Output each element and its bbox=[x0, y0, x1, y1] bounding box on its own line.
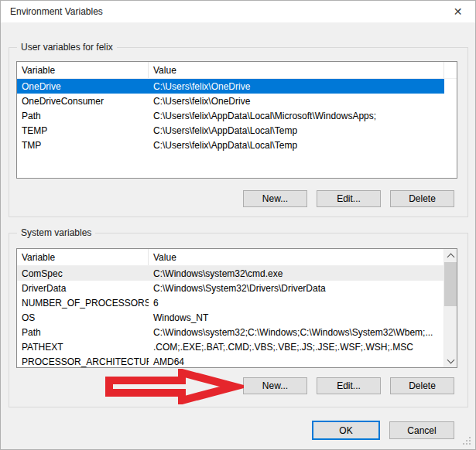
system-edit-button[interactable]: Edit... bbox=[317, 377, 381, 394]
value-cell: .COM;.EXE;.BAT;.CMD;.VBS;.VBE;.JS;.JSE;.… bbox=[149, 342, 444, 353]
value-cell: C:\Users\felix\AppData\Local\Temp bbox=[149, 140, 444, 151]
user-variables-buttons: New... Edit... Delete bbox=[243, 190, 454, 207]
scrollbar[interactable] bbox=[443, 249, 457, 367]
table-row[interactable]: OSWindows_NT bbox=[17, 310, 444, 325]
title-bar: Environment Variables ✕ bbox=[1, 1, 475, 22]
user-variables-group-label: User variables for felix bbox=[17, 42, 117, 53]
variable-cell: Path bbox=[17, 327, 149, 338]
variable-cell: ComSpec bbox=[17, 268, 149, 279]
chevron-down-icon bbox=[447, 356, 454, 363]
cancel-button[interactable]: Cancel bbox=[389, 421, 454, 439]
variable-cell: PROCESSOR_ARCHITECTURE bbox=[17, 356, 149, 367]
column-header-variable[interactable]: Variable bbox=[17, 249, 149, 265]
system-variables-table: Variable Value ComSpecC:\Windows\system3… bbox=[16, 248, 457, 368]
table-row[interactable]: OneDriveConsumerC:\Users\felix\OneDrive bbox=[17, 94, 444, 108]
table-row[interactable]: DriverDataC:\Windows\System32\Drivers\Dr… bbox=[17, 281, 444, 295]
variable-cell: Path bbox=[17, 111, 149, 121]
value-cell: C:\Windows\system32;C:\Windows;C:\Window… bbox=[149, 327, 444, 338]
variable-cell: PATHEXT bbox=[17, 342, 149, 353]
value-cell: C:\Windows\system32\cmd.exe bbox=[149, 268, 444, 279]
table-row[interactable]: PathC:\Users\felix\AppData\Local\Microso… bbox=[17, 108, 444, 123]
user-variables-table: Variable Value OneDriveC:\Users\felix\On… bbox=[16, 61, 457, 179]
user-new-button[interactable]: New... bbox=[243, 190, 307, 207]
variable-cell: TMP bbox=[17, 140, 149, 151]
column-header-value[interactable]: Value bbox=[149, 62, 444, 78]
table-row[interactable]: PATHEXT.COM;.EXE;.BAT;.CMD;.VBS;.VBE;.JS… bbox=[17, 339, 444, 354]
column-header-value[interactable]: Value bbox=[149, 249, 444, 265]
value-cell: C:\Users\felix\AppData\Local\Temp bbox=[149, 125, 444, 136]
table-row[interactable]: PathC:\Windows\system32;C:\Windows;C:\Wi… bbox=[17, 325, 444, 339]
table-row[interactable]: NUMBER_OF_PROCESSORS6 bbox=[17, 295, 444, 310]
resize-grip-icon[interactable] bbox=[463, 437, 471, 445]
value-cell: C:\Users\felix\OneDrive bbox=[149, 96, 444, 107]
table-row[interactable]: OneDriveC:\Users\felix\OneDrive bbox=[17, 79, 444, 94]
table-row[interactable]: PROCESSOR_ARCHITECTUREAMD64 bbox=[17, 354, 444, 368]
system-table-header: Variable Value bbox=[17, 249, 457, 266]
table-row[interactable]: ComSpecC:\Windows\system32\cmd.exe bbox=[17, 266, 444, 281]
column-header-variable[interactable]: Variable bbox=[17, 62, 149, 78]
variable-cell: TEMP bbox=[17, 125, 149, 136]
table-row[interactable]: TEMPC:\Users\felix\AppData\Local\Temp bbox=[17, 123, 444, 138]
variable-cell: OneDriveConsumer bbox=[17, 96, 149, 107]
user-table-body: OneDriveC:\Users\felix\OneDriveOneDriveC… bbox=[17, 79, 457, 152]
variable-cell: DriverData bbox=[17, 283, 149, 294]
value-cell: C:\Users\felix\OneDrive bbox=[149, 81, 444, 92]
value-cell: C:\Users\felix\AppData\Local\Microsoft\W… bbox=[149, 111, 444, 121]
environment-variables-dialog: Environment Variables ✕ User variables f… bbox=[0, 0, 476, 450]
scroll-up-button[interactable] bbox=[444, 249, 457, 262]
value-cell: 6 bbox=[149, 298, 444, 309]
window-title: Environment Variables bbox=[10, 1, 103, 22]
table-row[interactable]: TMPC:\Users\felix\AppData\Local\Temp bbox=[17, 138, 444, 152]
system-variables-group-label: System variables bbox=[17, 227, 95, 239]
value-cell: C:\Windows\System32\Drivers\DriverData bbox=[149, 283, 444, 294]
system-new-button[interactable]: New... bbox=[243, 377, 307, 394]
user-table-header: Variable Value bbox=[17, 62, 457, 79]
user-edit-button[interactable]: Edit... bbox=[317, 190, 381, 207]
user-delete-button[interactable]: Delete bbox=[390, 190, 454, 207]
variable-cell: NUMBER_OF_PROCESSORS bbox=[17, 298, 149, 309]
value-cell: AMD64 bbox=[149, 356, 444, 367]
chevron-up-icon bbox=[447, 253, 454, 261]
system-delete-button[interactable]: Delete bbox=[390, 377, 454, 394]
system-variables-buttons: New... Edit... Delete bbox=[243, 377, 454, 394]
close-button[interactable]: ✕ bbox=[440, 1, 475, 22]
system-table-body: ComSpecC:\Windows\system32\cmd.exeDriver… bbox=[17, 266, 457, 368]
ok-button[interactable]: OK bbox=[312, 421, 380, 440]
close-icon: ✕ bbox=[454, 6, 463, 17]
scrollbar-thumb[interactable] bbox=[444, 262, 457, 306]
scroll-down-button[interactable] bbox=[444, 354, 457, 367]
variable-cell: OneDrive bbox=[17, 81, 149, 92]
value-cell: Windows_NT bbox=[149, 312, 444, 323]
variable-cell: OS bbox=[17, 312, 149, 323]
